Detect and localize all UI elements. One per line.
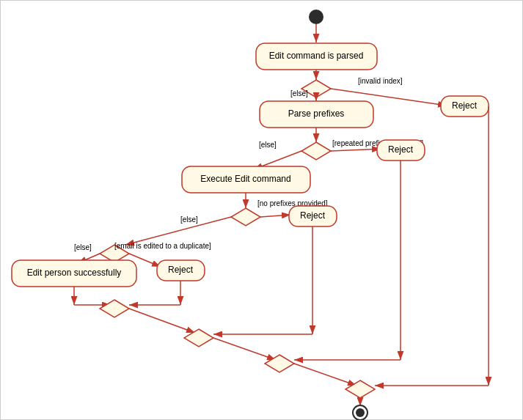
edge-d3-reject3 bbox=[260, 215, 290, 217]
label-invalid-index: [invalid index] bbox=[358, 77, 403, 85]
node-reject1-label: Reject bbox=[452, 100, 478, 111]
node-reject2-label: Reject bbox=[388, 144, 414, 155]
diamond-d6 bbox=[184, 329, 213, 347]
edge-d3-d4 bbox=[125, 217, 231, 245]
diamond-d3 bbox=[231, 208, 260, 226]
diamond-d2 bbox=[301, 142, 331, 160]
node-reject4-label: Reject bbox=[168, 265, 194, 275]
end-node-inner bbox=[356, 408, 365, 417]
label-else3: [else] bbox=[180, 215, 198, 224]
edge-d5-d6 bbox=[129, 309, 195, 333]
diamond-d5 bbox=[100, 300, 129, 317]
node-parse-prefixes-label: Parse prefixes bbox=[288, 108, 345, 119]
edge-d6-d7 bbox=[213, 338, 276, 360]
edge-d7-d8 bbox=[294, 364, 356, 386]
label-else4: [else] bbox=[74, 243, 92, 251]
label-else2: [else] bbox=[259, 141, 277, 149]
node-exec-edit-label: Execute Edit command bbox=[200, 174, 290, 184]
label-email-dup: [email is edited to a duplicate] bbox=[114, 242, 211, 250]
node-reject3-label: Reject bbox=[300, 210, 326, 221]
start-node bbox=[309, 10, 323, 24]
node-edit-success-label: Edit person successfully bbox=[27, 268, 122, 278]
label-else1: [else] bbox=[290, 89, 308, 97]
edge-d2-reject2 bbox=[331, 149, 381, 151]
diagram-container: Edit command is parsed [else] [invalid i… bbox=[0, 0, 523, 420]
node-edit-command-label: Edit command is parsed bbox=[269, 51, 364, 61]
